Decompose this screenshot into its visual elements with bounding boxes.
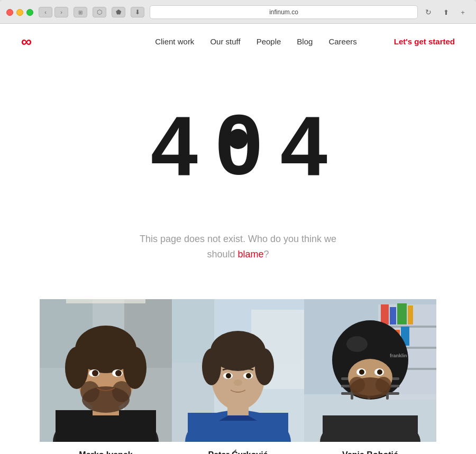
svg-point-65	[377, 369, 382, 375]
minimize-button[interactable]	[16, 9, 23, 16]
svg-rect-68	[323, 415, 418, 442]
nav-cta[interactable]: Let's get started	[394, 37, 455, 46]
svg-rect-43	[381, 304, 389, 325]
photo-inner-petar	[172, 299, 304, 442]
svg-text:franklin: franklin	[390, 353, 407, 358]
svg-point-30	[202, 348, 221, 385]
browser-action-icons: ⬆ +	[439, 7, 470, 17]
nav-people[interactable]: People	[257, 37, 281, 46]
svg-point-12	[65, 347, 88, 389]
error-message-should: should	[207, 249, 237, 260]
site-logo[interactable]: ∞	[21, 34, 32, 49]
website-content: ∞ Client work Our stuff People Blog Care…	[0, 24, 476, 454]
people-grid: Marko Ivanek Ruby on Rails Engineer	[40, 299, 436, 454]
refresh-button[interactable]: ↻	[423, 7, 434, 17]
person-name-vanja: Vanja Bobotić	[342, 450, 398, 454]
error-section: 4 0 4 This page does not exist. Who do y…	[0, 60, 476, 283]
maximize-button[interactable]	[26, 9, 33, 16]
extensions-button[interactable]: ⬟	[112, 7, 125, 17]
bookmarks-button[interactable]: ⬡	[93, 7, 106, 17]
nav-links: Client work Our stuff People Blog Career…	[155, 37, 455, 47]
zero-character: 0	[196, 91, 280, 200]
error-message-line1: This page does not exist. Who do you thi…	[140, 234, 336, 244]
share-icon[interactable]: ⬆	[439, 7, 453, 17]
forward-button[interactable]: ›	[54, 7, 68, 17]
svg-rect-45	[397, 303, 407, 325]
nav-blog[interactable]: Blog	[297, 37, 313, 46]
svg-point-36	[234, 379, 242, 386]
traffic-lights	[6, 9, 33, 16]
download-button[interactable]: ⬇	[131, 7, 144, 17]
back-button[interactable]: ‹	[39, 7, 52, 17]
svg-point-15	[80, 381, 99, 402]
person-photo-vanja: franklin	[304, 299, 436, 442]
svg-point-20	[115, 370, 122, 376]
blame-link[interactable]: blame	[238, 249, 264, 260]
svg-rect-6	[66, 299, 145, 303]
nav-our-stuff[interactable]: Our stuff	[210, 37, 240, 46]
person-name-petar: Petar Ćurković	[199, 450, 277, 454]
svg-rect-44	[390, 307, 396, 325]
address-bar[interactable]: infinum.co	[150, 5, 418, 19]
new-tab-icon[interactable]: +	[456, 7, 470, 17]
person-photo-marko	[40, 299, 172, 442]
error-code-4-left: 4	[151, 104, 196, 188]
tab-switcher-button[interactable]: ⊞	[74, 7, 87, 17]
error-code-4-right: 4	[280, 104, 325, 188]
svg-point-31	[255, 348, 274, 385]
nav-careers[interactable]: Careers	[328, 37, 356, 46]
photo-inner-vanja: franklin	[304, 299, 436, 442]
person-card-vanja: franklin Vanja Bobotić Software Tester	[304, 299, 436, 454]
error-message-question: ?	[264, 249, 269, 260]
person-info-vanja: Vanja Bobotić Software Tester	[342, 442, 398, 454]
svg-point-51	[346, 336, 368, 352]
person-card-petar: Petar Ćurković Ruby on Rails Engineer	[172, 299, 304, 454]
people-section: Marko Ivanek Ruby on Rails Engineer	[0, 283, 476, 454]
svg-point-1	[228, 129, 248, 149]
svg-point-64	[359, 369, 364, 375]
svg-point-60	[349, 377, 365, 393]
photo-inner-marko	[40, 299, 172, 442]
nav-buttons: ‹ ›	[39, 7, 68, 17]
svg-point-13	[123, 347, 147, 389]
person-name-marko: Marko Ivanek	[67, 450, 144, 454]
svg-point-61	[376, 377, 391, 393]
nav-client-work[interactable]: Client work	[155, 37, 194, 46]
error-code: 4 0 4	[151, 91, 325, 200]
svg-point-35	[246, 373, 251, 378]
person-photo-petar	[172, 299, 304, 442]
site-navigation: ∞ Client work Our stuff People Blog Care…	[0, 24, 476, 60]
svg-point-34	[226, 373, 231, 378]
person-card-marko: Marko Ivanek Ruby on Rails Engineer	[40, 299, 172, 454]
close-button[interactable]	[6, 9, 13, 16]
browser-window: ‹ › ⊞ ⬡ ⬟ ⬇ infinum.co ↻ ⬆ +	[0, 0, 476, 454]
url-text: infinum.co	[269, 8, 298, 16]
browser-chrome: ‹ › ⊞ ⬡ ⬟ ⬇ infinum.co ↻ ⬆ +	[0, 0, 476, 24]
error-message: This page does not exist. Who do you thi…	[140, 231, 336, 262]
person-info-marko: Marko Ivanek Ruby on Rails Engineer	[67, 442, 144, 454]
error-code-0: 0	[196, 91, 280, 200]
svg-point-19	[92, 370, 98, 376]
person-info-petar: Petar Ćurković Ruby on Rails Engineer	[199, 442, 277, 454]
svg-point-16	[112, 381, 131, 402]
svg-rect-46	[408, 305, 413, 325]
